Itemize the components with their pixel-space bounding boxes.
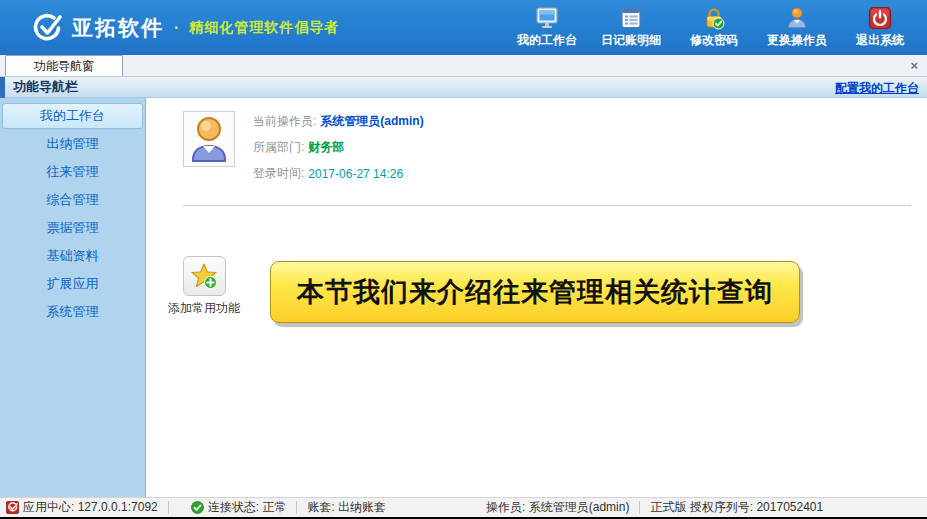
sidebar-item-extended-apps[interactable]: 扩展应用 bbox=[2, 271, 143, 297]
department-value: 财务部 bbox=[308, 139, 344, 156]
action-exit-system[interactable]: 退出系统 bbox=[851, 6, 909, 49]
monitor-icon bbox=[535, 6, 559, 30]
login-time-label: 登录时间: bbox=[253, 165, 304, 182]
user-info-panel: 当前操作员: 系统管理员(admin) 所属部门: 财务部 登录时间: 2017… bbox=[183, 111, 917, 191]
user-info-lines: 当前操作员: 系统管理员(admin) 所属部门: 财务部 登录时间: 2017… bbox=[253, 111, 424, 191]
status-bar: 应用中心: 127.0.0.1:7092 连接状态: 正常 账套: 出纳账套 操… bbox=[0, 497, 927, 519]
main-region: 我的工作台 出纳管理 往来管理 综合管理 票据管理 基础资料 扩展应用 系统管理 bbox=[0, 98, 927, 497]
ledger-icon bbox=[619, 6, 643, 30]
operator-value: 系统管理员(admin) bbox=[320, 113, 423, 130]
action-change-password[interactable]: 修改密码 bbox=[685, 6, 743, 49]
yatuo-logo-icon bbox=[30, 11, 64, 45]
connection-ok-icon bbox=[191, 501, 204, 514]
star-plus-icon bbox=[189, 262, 219, 290]
action-my-workbench[interactable]: 我的工作台 bbox=[517, 6, 577, 49]
operator-status-text: 操作员: 系统管理员(admin) bbox=[486, 499, 629, 516]
sidebar-navigation: 我的工作台 出纳管理 往来管理 综合管理 票据管理 基础资料 扩展应用 系统管理 bbox=[0, 98, 146, 497]
sidebar-item-system-management[interactable]: 系统管理 bbox=[2, 299, 143, 325]
department-label: 所属部门: bbox=[253, 139, 304, 156]
brand-dot: · bbox=[174, 19, 179, 37]
intro-banner: 本节我们来介绍往来管理相关统计查询 bbox=[270, 261, 800, 323]
add-common-function-label: 添加常用功能 bbox=[168, 300, 240, 317]
app-center-text: 应用中心: 127.0.0.1:7092 bbox=[23, 499, 158, 516]
sidebar-item-cashier-management[interactable]: 出纳管理 bbox=[2, 131, 143, 157]
action-label: 日记账明细 bbox=[601, 32, 661, 49]
close-icon[interactable]: × bbox=[910, 59, 918, 72]
operator-icon bbox=[785, 6, 809, 30]
app-window: 亚拓软件 · 精细化管理软件倡导者 我的工作台 bbox=[0, 0, 927, 519]
top-actions: 我的工作台 日记账明细 bbox=[517, 6, 917, 49]
action-label: 更换操作员 bbox=[767, 32, 827, 49]
top-header: 亚拓软件 · 精细化管理软件倡导者 我的工作台 bbox=[0, 0, 927, 55]
sidebar-item-current-accounts[interactable]: 往来管理 bbox=[2, 159, 143, 185]
connection-text: 连接状态: 正常 bbox=[208, 499, 287, 516]
brand: 亚拓软件 · 精细化管理软件倡导者 bbox=[30, 11, 339, 45]
action-journal-detail[interactable]: 日记账明细 bbox=[601, 6, 661, 49]
action-label: 我的工作台 bbox=[517, 32, 577, 49]
tab-function-navigation[interactable]: 功能导航窗 bbox=[5, 55, 123, 76]
action-switch-operator[interactable]: 更换操作员 bbox=[767, 6, 827, 49]
action-label: 退出系统 bbox=[856, 32, 904, 49]
sidebar-item-comprehensive-management[interactable]: 综合管理 bbox=[2, 187, 143, 213]
add-common-function: 添加常用功能 bbox=[168, 256, 240, 317]
operator-label: 当前操作员: bbox=[253, 113, 316, 130]
operator-status: 操作员: 系统管理员(admin) bbox=[486, 499, 629, 516]
section-accent-bar bbox=[0, 77, 5, 98]
section-header: 功能导航栏 配置我的工作台 bbox=[0, 77, 927, 98]
connection-status: 连接状态: 正常 bbox=[191, 499, 287, 516]
login-time-value: 2017-06-27 14:26 bbox=[308, 167, 403, 181]
avatar-person-icon bbox=[188, 116, 230, 162]
power-icon bbox=[868, 6, 892, 30]
sidebar-item-basic-data[interactable]: 基础资料 bbox=[2, 243, 143, 269]
lock-check-icon bbox=[702, 6, 726, 30]
quick-function-row: 添加常用功能 本节我们来介绍往来管理相关统计查询 bbox=[183, 256, 917, 323]
status-separator bbox=[296, 501, 297, 514]
action-label: 修改密码 bbox=[690, 32, 738, 49]
content-area: 当前操作员: 系统管理员(admin) 所属部门: 财务部 登录时间: 2017… bbox=[146, 98, 927, 497]
add-common-function-button[interactable] bbox=[183, 256, 226, 296]
status-separator bbox=[639, 501, 640, 514]
section-title: 功能导航栏 bbox=[13, 78, 78, 96]
department-line: 所属部门: 财务部 bbox=[253, 139, 424, 156]
account-set-status: 账套: 出纳账套 bbox=[307, 499, 386, 516]
brand-name: 亚拓软件 bbox=[72, 14, 164, 42]
account-set-text: 账套: 出纳账套 bbox=[307, 499, 386, 516]
login-time-line: 登录时间: 2017-06-27 14:26 bbox=[253, 165, 424, 182]
configure-workbench-link[interactable]: 配置我的工作台 bbox=[835, 80, 919, 97]
license-text: 正式版 授权序列号: 2017052401 bbox=[650, 499, 823, 516]
brand-slogan: 精细化管理软件倡导者 bbox=[189, 19, 339, 37]
content-divider bbox=[183, 205, 911, 206]
license-status: 正式版 授权序列号: 2017052401 bbox=[650, 499, 823, 516]
sidebar-item-bill-management[interactable]: 票据管理 bbox=[2, 215, 143, 241]
status-separator bbox=[168, 501, 169, 514]
app-center-icon bbox=[6, 501, 19, 514]
operator-line: 当前操作员: 系统管理员(admin) bbox=[253, 113, 424, 130]
app-center-status: 应用中心: 127.0.0.1:7092 bbox=[6, 499, 158, 516]
avatar bbox=[183, 111, 235, 167]
tab-bar: 功能导航窗 × bbox=[0, 55, 927, 77]
sidebar-item-my-workbench[interactable]: 我的工作台 bbox=[2, 103, 143, 129]
